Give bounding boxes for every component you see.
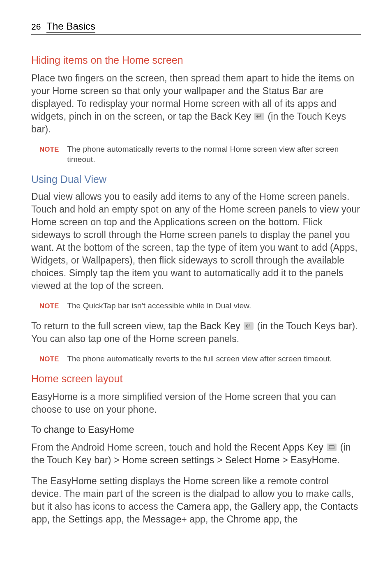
- note-label: NOTE: [39, 355, 59, 363]
- heading-hiding-items: Hiding items on the Home screen: [31, 54, 361, 66]
- settings-app-label: Settings: [68, 514, 103, 525]
- text: >: [214, 455, 225, 465]
- page-header: 26 The Basics: [31, 21, 361, 35]
- camera-app-label: Camera: [177, 501, 210, 512]
- note-text: The phone automatically reverts to the n…: [67, 144, 361, 164]
- back-key-label: Back Key: [211, 111, 251, 122]
- paragraph-dual-1: Dual view allows you to easily add items…: [31, 190, 361, 292]
- recent-apps-key-label: Recent Apps Key: [250, 442, 323, 453]
- back-key-icon: [244, 322, 254, 330]
- paragraph-layout-2: From the Android Home screen, touch and …: [31, 441, 361, 467]
- easyhome-label: EasyHome: [291, 455, 337, 465]
- note-text: The QuickTap bar isn't accessible while …: [67, 300, 251, 311]
- gallery-app-label: Gallery: [250, 501, 281, 512]
- text: app, the: [187, 514, 227, 525]
- home-screen-settings-label: Home screen settings: [122, 455, 214, 465]
- note-dual-1: NOTE The QuickTap bar isn't accessible w…: [39, 300, 361, 311]
- text: .: [337, 455, 340, 465]
- heading-dual-view: Using Dual View: [31, 173, 361, 185]
- back-key-icon: [254, 113, 264, 120]
- text: app, the: [103, 514, 143, 525]
- paragraph-hiding: Place two fingers on the screen, then sp…: [31, 72, 361, 136]
- section-title: The Basics: [46, 21, 95, 33]
- page-number: 26: [31, 22, 41, 32]
- paragraph-layout-3: The EasyHome setting displays the Home s…: [31, 475, 361, 526]
- chrome-app-label: Chrome: [227, 514, 261, 525]
- heading-home-layout: Home screen layout: [31, 373, 361, 385]
- recent-apps-key-icon: [327, 444, 337, 451]
- note-text: The phone automatically reverts to the f…: [67, 354, 332, 364]
- text: app, the: [210, 501, 250, 512]
- text: To return to the full screen view, tap t…: [31, 321, 200, 331]
- paragraph-layout-1: EasyHome is a more simplified version of…: [31, 391, 361, 416]
- back-key-label: Back Key: [200, 321, 240, 331]
- svg-rect-0: [329, 446, 334, 449]
- subheading-easyhome: To change to EasyHome: [31, 424, 361, 435]
- text: From the Android Home screen, touch and …: [31, 442, 250, 453]
- note-label: NOTE: [39, 146, 59, 154]
- select-home-label: Select Home: [225, 455, 280, 465]
- text: app, the: [31, 514, 68, 525]
- note-hiding: NOTE The phone automatically reverts to …: [39, 144, 361, 164]
- paragraph-dual-2: To return to the full screen view, tap t…: [31, 320, 361, 345]
- text: app, the: [281, 501, 321, 512]
- note-dual-2: NOTE The phone automatically reverts to …: [39, 354, 361, 364]
- text: >: [280, 455, 291, 465]
- contacts-app-label: Contacts: [321, 501, 358, 512]
- messageplus-app-label: Message+: [143, 514, 187, 525]
- text: app, the: [261, 514, 297, 525]
- note-label: NOTE: [39, 302, 59, 310]
